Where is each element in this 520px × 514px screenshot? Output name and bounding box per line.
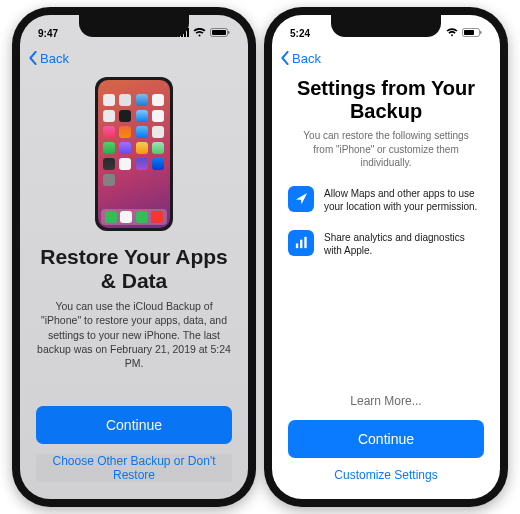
analytics-bars-icon: [288, 230, 314, 256]
page-description: You can use the iCloud Backup of "iPhone…: [36, 299, 232, 370]
svg-rect-10: [480, 31, 482, 34]
wifi-icon: [193, 28, 206, 39]
chevron-left-icon: [280, 51, 290, 65]
notch: [331, 15, 441, 37]
svg-rect-9: [464, 30, 474, 35]
svg-rect-13: [304, 237, 306, 248]
choose-other-backup-button[interactable]: Choose Other Backup or Don't Restore: [36, 454, 232, 482]
continue-button[interactable]: Continue: [288, 420, 484, 458]
page-title: Settings from Your Backup: [288, 77, 484, 123]
continue-button[interactable]: Continue: [36, 406, 232, 444]
status-time: 5:24: [290, 28, 310, 39]
svg-rect-12: [300, 240, 302, 248]
svg-rect-11: [295, 243, 297, 248]
settings-item-text: Share analytics and diagnostics with App…: [324, 230, 484, 258]
settings-item-text: Allow Maps and other apps to use your lo…: [324, 186, 484, 214]
device-preview: ··: [36, 71, 232, 231]
svg-rect-6: [212, 30, 226, 35]
battery-icon: [462, 28, 482, 39]
back-button[interactable]: Back: [28, 51, 69, 66]
location-arrow-icon: [288, 186, 314, 212]
battery-icon: [210, 28, 230, 39]
chevron-left-icon: [28, 51, 38, 65]
back-label: Back: [40, 51, 69, 66]
back-label: Back: [292, 51, 321, 66]
wifi-icon: [446, 28, 458, 39]
settings-item-location: Allow Maps and other apps to use your lo…: [288, 186, 484, 214]
device-left: 9:47 Back: [12, 7, 256, 507]
learn-more-button[interactable]: Learn More...: [288, 394, 484, 408]
svg-rect-7: [228, 31, 230, 34]
nav-bar: Back: [20, 45, 248, 71]
notch: [79, 15, 189, 37]
page-title: Restore Your Apps & Data: [36, 245, 232, 293]
device-right: 5:24 Back Settings from Your Backup You …: [264, 7, 508, 507]
settings-item-analytics: Share analytics and diagnostics with App…: [288, 230, 484, 258]
home-screen-icons: [103, 94, 165, 186]
nav-bar: Back: [272, 45, 500, 71]
page-description: You can restore the following settings f…: [288, 129, 484, 170]
back-button[interactable]: Back: [280, 51, 321, 66]
status-time: 9:47: [38, 28, 58, 39]
customize-settings-button[interactable]: Customize Settings: [288, 468, 484, 482]
